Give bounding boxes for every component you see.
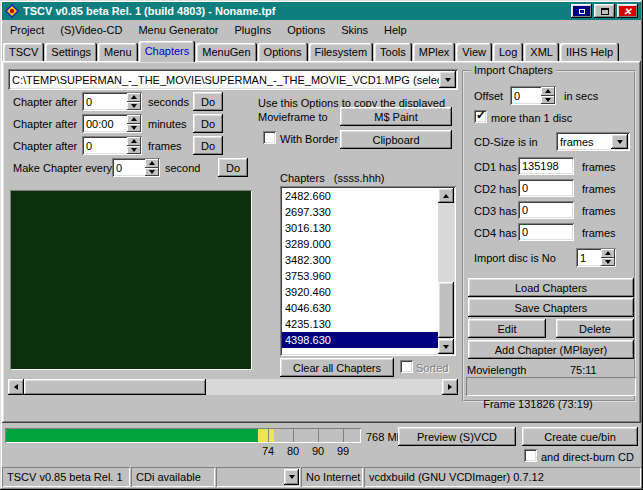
spin-down-icon[interactable]: [127, 102, 141, 111]
cd3-frames-value: 0: [522, 204, 570, 216]
chapter-after-frames-input[interactable]: 0: [82, 136, 142, 155]
menu-help[interactable]: Help: [376, 20, 415, 40]
chapter-list-item[interactable]: 3482.300: [282, 252, 438, 268]
tab-tscv[interactable]: TSCV: [3, 43, 44, 62]
spin-up-icon[interactable]: [127, 137, 141, 146]
spin-down-icon[interactable]: [127, 124, 141, 133]
spin-down-icon[interactable]: [601, 258, 615, 267]
cd1-frames-input[interactable]: 135198: [518, 157, 574, 175]
tab-xml[interactable]: XML: [524, 43, 559, 62]
tab-mplex[interactable]: MPlex: [413, 43, 456, 62]
do-frames-button[interactable]: Do: [193, 136, 223, 155]
menu-svideo-cd[interactable]: (S)Video-CD: [52, 20, 130, 40]
scroll-right-icon[interactable]: [442, 379, 458, 395]
chapter-after-seconds-spinner[interactable]: [127, 93, 141, 110]
tab-menu[interactable]: Menu: [98, 43, 138, 62]
chapter-after-minutes-input[interactable]: 00:00: [82, 114, 142, 133]
scroll-left-icon[interactable]: [8, 379, 24, 395]
seek-thumb[interactable]: [24, 379, 206, 395]
delete-button[interactable]: Delete: [556, 319, 634, 338]
chapter-after-minutes-spinner[interactable]: [127, 115, 141, 132]
chevron-down-icon[interactable]: [611, 134, 628, 149]
triangle-down: [289, 475, 295, 479]
direct-burn-checkbox[interactable]: [524, 449, 537, 462]
chapter-list-item[interactable]: 4046.630: [282, 300, 438, 316]
save-chapters-button[interactable]: Save Chapters: [468, 298, 634, 317]
seek-scrollbar[interactable]: [8, 379, 458, 395]
offset-input[interactable]: 0: [510, 86, 556, 105]
do-seconds-button[interactable]: Do: [193, 92, 223, 111]
tab-options[interactable]: Options: [258, 43, 308, 62]
load-chapters-button[interactable]: Load Chapters: [468, 278, 634, 297]
make-chapter-every-input[interactable]: 0: [112, 158, 160, 177]
import-disc-input[interactable]: 1: [576, 248, 616, 267]
spin-down-icon[interactable]: [541, 96, 555, 105]
scroll-down-icon[interactable]: [438, 339, 454, 354]
cd4-frames-input[interactable]: 0: [518, 223, 574, 241]
movie-file-combobox[interactable]: C:\TEMP\SUPERMAN_-_THE_MOVIE\SUPERMAN_-_…: [8, 69, 458, 90]
menu-options[interactable]: Options: [279, 20, 333, 40]
chapter-list-item[interactable]: 2697.330: [282, 204, 438, 220]
status-installed-utils-combobox[interactable]: Installed Utils: [216, 467, 300, 487]
with-border-checkbox[interactable]: [263, 131, 276, 144]
spin-up-icon[interactable]: [541, 87, 555, 96]
chevron-down-icon[interactable]: [284, 469, 299, 485]
cd-size-combobox[interactable]: frames: [556, 132, 630, 151]
menu-plugins[interactable]: PlugIns: [227, 20, 280, 40]
spin-down-icon[interactable]: [145, 168, 159, 177]
tab-iihs-help[interactable]: IIHS Help: [560, 43, 619, 62]
import-disc-value: 1: [580, 252, 599, 264]
chapters-listbox[interactable]: 2482.660 2697.330 3016.130 3289.000 3482…: [280, 186, 456, 356]
tab-chapters[interactable]: Chapters: [139, 41, 196, 62]
chapter-list-item[interactable]: 3289.000: [282, 236, 438, 252]
chapter-list-item-selected[interactable]: 4398.630: [282, 332, 438, 348]
make-chapter-every-spinner[interactable]: [145, 159, 159, 176]
preview-svcd-button[interactable]: Preview (S)VCD: [398, 427, 516, 446]
chapter-list-item[interactable]: 3753.960: [282, 268, 438, 284]
do-minutes-button[interactable]: Do: [193, 114, 223, 133]
scroll-up-icon[interactable]: [438, 188, 454, 203]
import-disc-spinner[interactable]: [601, 249, 615, 266]
more-than-1-disc-checkbox[interactable]: [474, 110, 487, 123]
sorted-checkbox: [400, 360, 413, 373]
chevron-down-icon[interactable]: [439, 71, 456, 88]
chapters-list-scrollbar[interactable]: [438, 188, 454, 354]
spin-up-icon[interactable]: [127, 93, 141, 102]
cd3-frames-input[interactable]: 0: [518, 201, 574, 219]
chapter-list-item[interactable]: 3016.130: [282, 220, 438, 236]
tab-log[interactable]: Log: [493, 43, 523, 62]
add-chapter-mplayer-button[interactable]: Add Chapter (MPlayer): [468, 340, 634, 359]
menu-skins[interactable]: Skins: [333, 20, 376, 40]
chapter-after-seconds-input[interactable]: 0: [82, 92, 142, 111]
edit-button[interactable]: Edit: [468, 319, 546, 338]
movie-preview-frame: [10, 190, 252, 370]
minimize-button[interactable]: [571, 4, 592, 18]
menu-project[interactable]: Project: [2, 20, 52, 40]
chapter-list-item[interactable]: 3920.460: [282, 284, 438, 300]
spin-up-icon[interactable]: [601, 249, 615, 258]
chapter-after-frames-spinner[interactable]: [127, 137, 141, 154]
offset-spinner[interactable]: [541, 87, 555, 104]
cd2-frames-input[interactable]: 0: [518, 179, 574, 197]
chapter-list-item[interactable]: 4235.130: [282, 316, 438, 332]
create-cue-bin-button[interactable]: Create cue/bin: [522, 427, 638, 446]
chapters-list-label: Chapters (ssss.hhh): [280, 172, 385, 185]
tab-menugen[interactable]: MenuGen: [196, 43, 256, 62]
spin-down-icon[interactable]: [127, 146, 141, 155]
scroll-thumb[interactable]: [438, 282, 454, 338]
chapter-list-item[interactable]: 2482.660: [282, 188, 438, 204]
do-every-button[interactable]: Do: [218, 158, 248, 177]
menu-bar: Project (S)Video-CD Menu Generator PlugI…: [2, 20, 641, 40]
ms-paint-button[interactable]: M$ Paint: [340, 107, 452, 126]
menu-menu-generator[interactable]: Menu Generator: [130, 20, 226, 40]
spin-up-icon[interactable]: [145, 159, 159, 168]
maximize-button[interactable]: [594, 4, 615, 18]
clear-all-chapters-button[interactable]: Clear all Chapters: [280, 358, 394, 377]
tab-settings[interactable]: Settings: [45, 43, 97, 62]
spin-up-icon[interactable]: [127, 115, 141, 124]
tab-tools[interactable]: Tools: [374, 43, 412, 62]
close-button[interactable]: [617, 4, 638, 18]
tab-view[interactable]: View: [456, 43, 492, 62]
tab-filesystem[interactable]: Filesystem: [309, 43, 374, 62]
clipboard-button[interactable]: Clipboard: [340, 130, 452, 149]
